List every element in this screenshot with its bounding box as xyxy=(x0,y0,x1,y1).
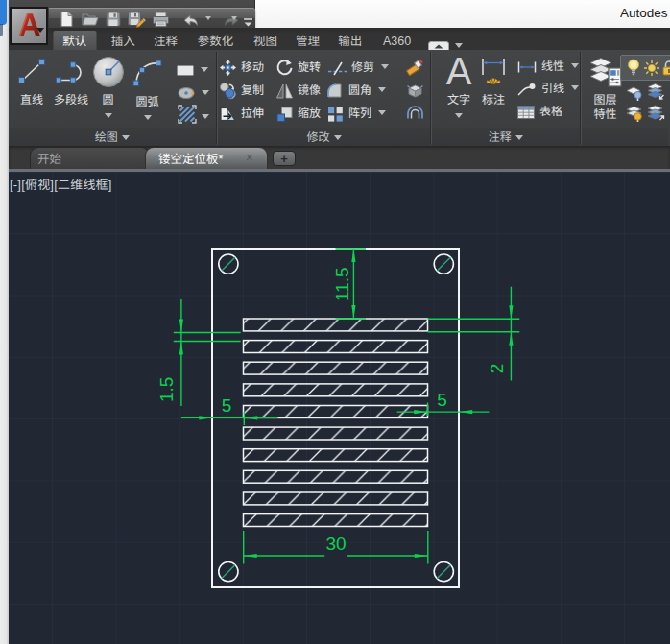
plot-icon xyxy=(152,11,170,28)
dim-2-text: 2 xyxy=(486,364,506,374)
explode-icon xyxy=(405,82,425,99)
layer-unisolate-icon xyxy=(646,104,665,121)
autocad-window: Autodes 默认 插入 注释 参数化 视图 管理 输出 A360 直线 多段… xyxy=(0,0,670,644)
panel-modify-expand-icon[interactable] xyxy=(334,135,342,140)
ellipse-dropdown-icon[interactable] xyxy=(202,90,209,95)
rotate-button[interactable]: 旋转 xyxy=(275,57,321,75)
move-button[interactable]: 移动 xyxy=(219,57,264,75)
viewport-controls[interactable]: [-][俯视][二维线框] xyxy=(10,175,112,193)
arc-button[interactable]: 圆弧 xyxy=(127,53,169,123)
dimension-button[interactable]: 标注 xyxy=(473,53,514,105)
layer-freeze-button[interactable] xyxy=(625,104,644,127)
stretch-label: 拉伸 xyxy=(241,104,264,120)
leader-dropdown-icon[interactable] xyxy=(571,85,579,90)
layer-make-current-button[interactable] xyxy=(625,83,644,106)
array-icon xyxy=(326,106,345,123)
scale-button[interactable]: 缩放 xyxy=(275,103,321,121)
hatched-slot-bar xyxy=(243,384,427,396)
panel-annotate-expand-icon[interactable] xyxy=(515,135,523,140)
layer-unisolate-button[interactable] xyxy=(646,103,665,126)
drawing-canvas[interactable]: 11.5 1.5 2 5 5 30 [-][俯视][二维线框] xyxy=(9,172,670,644)
offset-icon xyxy=(405,105,425,121)
circle-icon xyxy=(91,55,126,89)
move-label: 移动 xyxy=(241,58,264,74)
title-bar: Autodes xyxy=(9,0,670,28)
hatched-slot-bar xyxy=(243,427,427,440)
ribbon-tab-output[interactable]: 输出 xyxy=(328,31,371,50)
text-dropdown-icon[interactable] xyxy=(455,113,463,118)
mirror-icon xyxy=(275,83,294,100)
file-tab-drawing[interactable]: 镂空定位板* ✕ xyxy=(145,147,268,169)
ribbon-tab-manage[interactable]: 管理 xyxy=(286,31,329,50)
panel-modify-label[interactable]: 修改 xyxy=(218,128,430,146)
file-tab-drawing-label: 镂空定位板* xyxy=(158,148,223,169)
layer-on-button[interactable] xyxy=(626,58,641,82)
explode-button[interactable] xyxy=(405,79,429,97)
erase-button[interactable] xyxy=(405,56,429,74)
ribbon-tab-view[interactable]: 视图 xyxy=(244,31,287,50)
layer-properties-icon xyxy=(588,56,623,88)
fillet-button[interactable]: 圆角 xyxy=(326,80,386,98)
new-file-icon xyxy=(58,11,75,28)
erase-icon xyxy=(405,58,425,76)
ribbon-tab-default[interactable]: 默认 xyxy=(53,31,96,50)
ellipse-icon xyxy=(177,86,196,100)
layer-lock-button[interactable] xyxy=(662,59,670,82)
ribbon: 直线 多段线 圆 圆弧 绘图 移动 旋转 xyxy=(9,50,670,146)
table-icon xyxy=(516,105,536,120)
mirror-button[interactable]: 镜像 xyxy=(275,80,321,98)
layer-properties-label-1: 图层 xyxy=(585,92,627,105)
ribbon-tab-a360[interactable]: A360 xyxy=(373,31,420,50)
array-button[interactable]: 阵列 xyxy=(326,103,386,121)
rectangle-dropdown-icon[interactable] xyxy=(201,67,208,72)
circle-dropdown-icon[interactable] xyxy=(105,113,112,118)
mirror-label: 镜像 xyxy=(298,81,321,97)
layer-isolate-button[interactable] xyxy=(646,82,665,105)
panel-draw-expand-icon[interactable] xyxy=(122,135,130,140)
trim-dropdown-icon[interactable] xyxy=(381,64,389,69)
hatched-slot-bar xyxy=(243,362,427,374)
rectangle-button[interactable] xyxy=(176,59,195,82)
panel-annotate-label[interactable]: 注释 xyxy=(432,128,580,146)
hatch-dropdown-icon[interactable] xyxy=(202,114,209,119)
offset-button[interactable] xyxy=(405,102,429,120)
circle-label: 圆 xyxy=(87,92,130,105)
text-button[interactable]: A 文字 xyxy=(440,53,478,121)
arc-dropdown-icon[interactable] xyxy=(144,115,152,120)
background-window-strip xyxy=(0,0,9,644)
circle-button[interactable]: 圆 xyxy=(87,53,130,121)
table-button[interactable]: 表格 xyxy=(516,101,562,119)
linear-dim-button[interactable]: 线性 xyxy=(516,56,579,74)
save-icon xyxy=(105,11,122,28)
copy-button[interactable]: 复制 xyxy=(219,80,264,98)
layer-thaw-sun-icon xyxy=(643,60,660,77)
cad-drawing[interactable]: 11.5 1.5 2 5 5 30 xyxy=(9,172,670,644)
trim-icon xyxy=(326,60,347,76)
stretch-button[interactable]: 拉伸 xyxy=(219,103,264,121)
fillet-dropdown-icon[interactable] xyxy=(378,87,386,92)
ribbon-tab-parametric[interactable]: 参数化 xyxy=(188,31,244,50)
file-tab-close-icon[interactable]: ✕ xyxy=(245,148,253,169)
minimize-ribbon-caret-icon[interactable] xyxy=(455,43,463,48)
panel-draw-label[interactable]: 绘图 xyxy=(9,128,217,146)
layer-lock-icon xyxy=(662,60,670,77)
redo-dropdown-icon[interactable] xyxy=(231,16,237,20)
trim-button[interactable]: 修剪 xyxy=(326,57,389,75)
layer-thaw-button[interactable] xyxy=(643,59,660,82)
linear-dropdown-icon[interactable] xyxy=(571,63,579,68)
ribbon-tab-insert[interactable]: 插入 xyxy=(102,31,145,50)
undo-icon xyxy=(180,12,200,29)
panel-layers-label[interactable] xyxy=(582,128,669,146)
new-drawing-tab-button[interactable]: + xyxy=(273,151,296,166)
application-menu-button[interactable] xyxy=(10,7,48,45)
array-dropdown-icon[interactable] xyxy=(378,110,386,115)
ribbon-tab-annotate[interactable]: 注释 xyxy=(144,31,187,50)
hatch-button[interactable] xyxy=(177,104,198,130)
file-tab-start[interactable]: 开始 xyxy=(30,147,150,169)
line-button[interactable]: 直线 xyxy=(11,53,53,105)
undo-dropdown-icon[interactable] xyxy=(205,16,211,20)
leader-label: 引线 xyxy=(541,79,564,95)
text-label: 文字 xyxy=(440,92,478,105)
leader-button[interactable]: 引线 xyxy=(516,78,579,96)
ellipse-button[interactable] xyxy=(177,82,196,105)
